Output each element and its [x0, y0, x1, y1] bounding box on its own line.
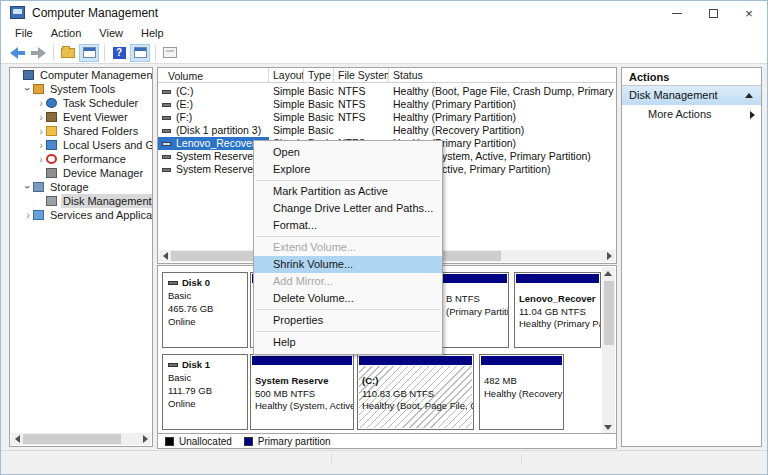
menu-action[interactable]: Action [42, 25, 91, 42]
window-title: Computer Management [32, 6, 158, 20]
volume-icon [162, 116, 171, 120]
device-manager-icon [46, 168, 57, 178]
scroll-down-arrow[interactable] [602, 421, 614, 433]
volume-row-f[interactable]: (F:) Simple Basic NTFS Healthy (Primary … [158, 111, 616, 124]
disk0-label[interactable]: Disk 0 Basic 465.76 GB Online [162, 272, 248, 348]
context-menu-help[interactable]: Help [254, 334, 442, 351]
volume-row-disk1-partition3[interactable]: (Disk 1 partition 3) Simple Basic Health… [158, 124, 616, 137]
show-console-tree-button[interactable] [79, 44, 99, 62]
volume-icon [162, 129, 171, 133]
disk0-partition-lenovo-recovery[interactable]: Lenovo_Recover 11.04 GB NTFS Healthy (Pr… [514, 272, 601, 348]
more-actions-item[interactable]: More Actions [622, 105, 761, 124]
scroll-right-arrow[interactable] [603, 250, 615, 262]
context-menu-change-drive-letter[interactable]: Change Drive Letter and Paths... [254, 200, 442, 217]
menu-separator [256, 180, 440, 181]
chevron-right-icon[interactable]: › [36, 110, 46, 124]
chevron-right-icon[interactable]: › [36, 152, 46, 166]
disk-pane-vertical-scrollbar[interactable] [602, 267, 615, 433]
collapse-arrow-icon[interactable] [745, 93, 753, 98]
volume-context-menu: Open Explore Mark Partition as Active Ch… [253, 140, 443, 355]
forward-button[interactable] [28, 44, 48, 62]
context-menu-extend-volume: Extend Volume... [254, 239, 442, 256]
primary-partition-bar [252, 356, 352, 365]
column-header-type[interactable]: Type [304, 68, 334, 82]
disk1-partition-c[interactable]: (C:) 110.83 GB NTFS Healthy (Boot, Page … [357, 354, 474, 430]
minimize-icon [672, 13, 682, 14]
menu-file[interactable]: File [6, 25, 42, 42]
forward-arrow-icon [31, 47, 46, 59]
scroll-right-arrow[interactable] [139, 433, 151, 445]
submenu-arrow-icon [750, 111, 755, 119]
legend-primary-label: Primary partition [258, 436, 331, 447]
toolbar-separator [104, 45, 105, 61]
chevron-right-icon[interactable]: › [23, 208, 33, 222]
tree-horizontal-scrollbar[interactable] [11, 433, 151, 445]
tree-item-event-viewer[interactable]: › Event Viewer [10, 110, 152, 124]
column-header-file-system[interactable]: File System [334, 68, 389, 82]
users-icon [46, 140, 57, 150]
tree-item-performance[interactable]: › Performance [10, 152, 152, 166]
column-header-status[interactable]: Status [389, 68, 616, 82]
column-header-layout[interactable]: Layout [269, 68, 304, 82]
tree-item-disk-management[interactable]: Disk Management [10, 194, 152, 208]
chevron-right-icon[interactable]: › [36, 96, 46, 110]
column-header-volume[interactable]: Volume [158, 68, 269, 82]
context-menu-delete-volume[interactable]: Delete Volume... [254, 290, 442, 307]
context-menu-format[interactable]: Format... [254, 217, 442, 234]
help-button[interactable]: ? [109, 44, 129, 62]
console-window-icon [134, 47, 147, 58]
close-button[interactable]: × [731, 1, 767, 25]
disk1-label[interactable]: Disk 1 Basic 111.79 GB Online [162, 354, 248, 430]
disk1-partition-recovery[interactable]: 482 MB Healthy (Recovery Partition) [479, 354, 564, 430]
menu-separator [256, 331, 440, 332]
help-icon: ? [113, 47, 126, 59]
close-icon: × [745, 6, 753, 21]
tree-item-storage[interactable]: › Storage [10, 180, 152, 194]
scrollbar-thumb[interactable] [604, 281, 614, 345]
context-menu-explore[interactable]: Explore [254, 161, 442, 178]
scroll-left-arrow[interactable] [159, 250, 171, 262]
volume-icon [162, 90, 171, 94]
up-level-button[interactable] [58, 44, 78, 62]
tree-item-task-scheduler[interactable]: › Task Scheduler [10, 96, 152, 110]
menu-help[interactable]: Help [132, 25, 173, 42]
console-window-icon [83, 47, 96, 58]
context-menu-shrink-volume[interactable]: Shrink Volume... [254, 256, 442, 273]
legend-unallocated-label: Unallocated [179, 436, 232, 447]
actions-group-disk-management[interactable]: Disk Management [622, 86, 761, 105]
tree-item-shared-folders[interactable]: › Shared Folders [10, 124, 152, 138]
context-menu-mark-partition-active[interactable]: Mark Partition as Active [254, 183, 442, 200]
chevron-down-icon[interactable]: › [21, 182, 35, 192]
chevron-down-icon[interactable]: › [21, 84, 35, 94]
scroll-up-arrow[interactable] [602, 267, 614, 279]
back-button[interactable] [7, 44, 27, 62]
console-window-button[interactable] [130, 44, 150, 62]
title-bar: Computer Management × [1, 1, 767, 25]
volume-row-e[interactable]: (E:) Simple Basic NTFS Healthy (Primary … [158, 98, 616, 111]
status-bar-divider [331, 454, 332, 465]
scrollbar-thumb[interactable] [23, 434, 121, 444]
menu-view[interactable]: View [90, 25, 132, 42]
task-scheduler-icon [46, 98, 57, 108]
disk1-partition-system-reserved[interactable]: System Reserve 500 MB NTFS Healthy (Syst… [250, 354, 354, 430]
tree-item-device-manager[interactable]: Device Manager [10, 166, 152, 180]
scroll-left-arrow[interactable] [11, 433, 23, 445]
tree-item-services-applications[interactable]: › Services and Applications [10, 208, 152, 222]
tree-item-computer-management[interactable]: Computer Management (Local [10, 68, 152, 82]
toolbar-separator [53, 45, 54, 61]
disk-management-icon [46, 196, 57, 206]
tree-item-system-tools[interactable]: › System Tools [10, 82, 152, 96]
properties-pane-button[interactable] [160, 44, 180, 62]
maximize-button[interactable] [695, 1, 731, 25]
minimize-button[interactable] [659, 1, 695, 25]
menu-separator [256, 309, 440, 310]
context-menu-open[interactable]: Open [254, 144, 442, 161]
context-menu-properties[interactable]: Properties [254, 312, 442, 329]
chevron-right-icon[interactable]: › [36, 124, 46, 138]
tree-item-local-users-groups[interactable]: › Local Users and Groups [10, 138, 152, 152]
status-bar-divider [521, 454, 522, 465]
chevron-right-icon[interactable]: › [36, 138, 46, 152]
event-viewer-icon [46, 112, 57, 122]
volume-row-c[interactable]: (C:) Simple Basic NTFS Healthy (Boot, Pa… [158, 85, 616, 98]
volume-icon [162, 103, 171, 107]
